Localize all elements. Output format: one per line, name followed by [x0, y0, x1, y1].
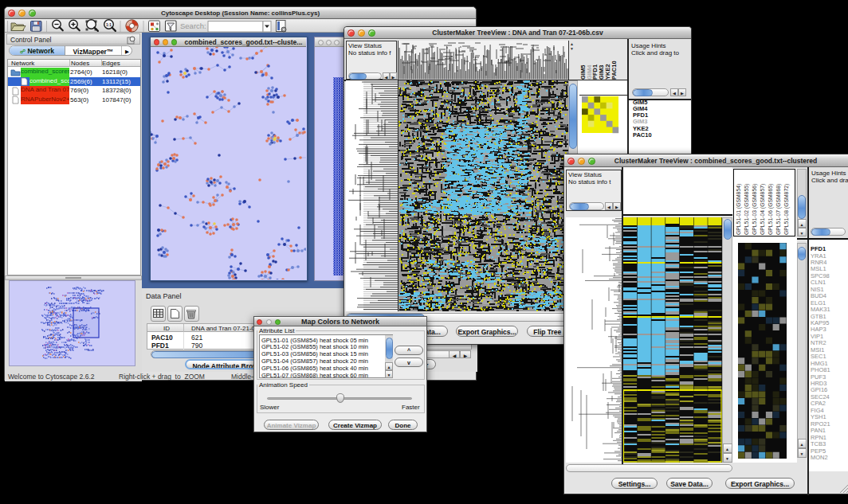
svg-text:GPL51-07 (GSM868): GPL51-07 (GSM868): [775, 184, 782, 235]
svg-text:GPL51-06 (GSM865): GPL51-06 (GSM865): [768, 184, 774, 235]
svg-text:1:1: 1:1: [106, 23, 112, 27]
svg-text:GPL51-04 (GSM857): GPL51-04 (GSM857): [760, 184, 766, 235]
svg-text:Search:: Search:: [180, 21, 206, 30]
svg-text:GPL51-08 (GSM872): GPL51-08 (GSM872): [783, 184, 790, 235]
svg-text:GPL51-03 (GSM856): GPL51-03 (GSM856): [752, 184, 758, 235]
svg-text:GPL51-01 (GSM854): GPL51-01 (GSM854): [736, 184, 742, 235]
svg-text:GPL51-02 (GSM855): GPL51-02 (GSM855): [744, 184, 750, 235]
